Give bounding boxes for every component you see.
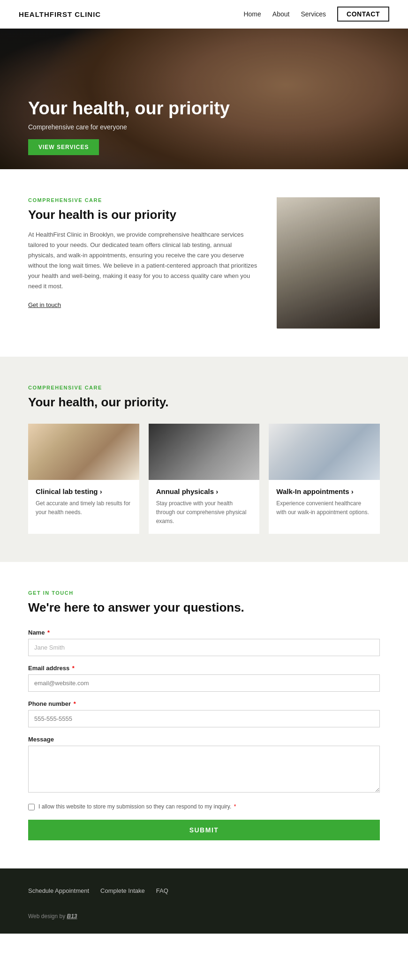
services-title: Your health, our priority.	[28, 395, 380, 410]
services-tag: COMPREHENSIVE CARE	[28, 385, 380, 390]
footer: Schedule Appointment Complete Intake FAQ…	[0, 868, 408, 934]
name-required: *	[47, 629, 50, 636]
about-text: COMPREHENSIVE CARE Your health is our pr…	[28, 197, 258, 309]
checkbox-row: I allow this website to store my submiss…	[28, 803, 380, 811]
phone-label: Phone number *	[28, 700, 380, 707]
phone-required: *	[74, 700, 76, 707]
service-lab-content: Clinical lab testing › Get accurate and …	[28, 480, 139, 524]
services-section: COMPREHENSIVE CARE Your health, our prio…	[0, 357, 408, 562]
service-lab-desc: Get accurate and timely lab results for …	[36, 499, 132, 517]
service-walkin-content: Walk-In appointments › Experience conven…	[269, 480, 380, 524]
footer-credit: Web design by B13	[28, 913, 380, 920]
email-group: Email address *	[28, 665, 380, 692]
about-link[interactable]: Get in touch	[28, 301, 61, 308]
service-walkin-title: Walk-In appointments ›	[276, 487, 372, 495]
footer-link-faq[interactable]: FAQ	[156, 887, 168, 894]
service-physicals-title: Annual physicals ›	[156, 487, 252, 495]
hero-section: Your health, our priority Comprehensive …	[0, 29, 408, 169]
contact-tag: GET IN TOUCH	[28, 590, 380, 596]
phone-group: Phone number *	[28, 700, 380, 727]
about-title: Your health is our priority	[28, 208, 258, 222]
hero-title: Your health, our priority	[28, 99, 230, 119]
footer-credit-link[interactable]: B13	[67, 913, 77, 920]
site-logo: HEALTHFIRST CLINIC	[19, 10, 101, 18]
footer-link-intake[interactable]: Complete Intake	[100, 887, 145, 894]
message-group: Message	[28, 736, 380, 794]
footer-link-schedule[interactable]: Schedule Appointment	[28, 887, 89, 894]
about-body: At HealthFirst Clinic in Brooklyn, we pr…	[28, 230, 258, 292]
nav-about[interactable]: About	[272, 10, 290, 18]
about-section: COMPREHENSIVE CARE Your health is our pr…	[0, 169, 408, 357]
name-group: Name *	[28, 629, 380, 656]
name-input[interactable]	[28, 639, 380, 656]
consent-required: *	[234, 803, 236, 810]
service-physicals-desc: Stay proactive with your health through …	[156, 499, 252, 526]
hero-cta-button[interactable]: VIEW SERVICES	[28, 139, 99, 155]
consent-checkbox[interactable]	[28, 804, 35, 810]
service-lab-title: Clinical lab testing ›	[36, 487, 132, 495]
name-label: Name *	[28, 629, 380, 636]
contact-section: GET IN TOUCH We're here to answer your q…	[0, 562, 408, 869]
nav-services[interactable]: Services	[301, 10, 326, 18]
service-card-physicals[interactable]: Annual physicals › Stay proactive with y…	[149, 424, 260, 534]
submit-button[interactable]: SUBMIT	[28, 820, 380, 840]
contact-form: Name * Email address * Phone number * Me…	[28, 629, 380, 841]
navbar: HEALTHFIRST CLINIC Home About Services C…	[0, 0, 408, 29]
message-label: Message	[28, 736, 380, 743]
services-grid: Clinical lab testing › Get accurate and …	[28, 424, 380, 534]
message-textarea[interactable]	[28, 746, 380, 793]
email-label: Email address *	[28, 665, 380, 672]
email-input[interactable]	[28, 674, 380, 692]
nav-links: Home About Services CONTACT	[243, 7, 389, 22]
service-physicals-image	[149, 424, 260, 480]
service-walkin-desc: Experience convenient healthcare with ou…	[276, 499, 372, 517]
about-tag: COMPREHENSIVE CARE	[28, 197, 258, 203]
consent-label: I allow this website to store my submiss…	[38, 803, 236, 811]
nav-contact-button[interactable]: CONTACT	[337, 7, 389, 22]
footer-links: Schedule Appointment Complete Intake FAQ	[28, 887, 380, 894]
phone-input[interactable]	[28, 710, 380, 727]
service-physicals-content: Annual physicals › Stay proactive with y…	[149, 480, 260, 534]
contact-title: We're here to answer your questions.	[28, 600, 380, 615]
service-card-walkin[interactable]: Walk-In appointments › Experience conven…	[269, 424, 380, 534]
about-clinic-image	[277, 197, 380, 329]
nav-home[interactable]: Home	[243, 10, 261, 18]
hero-subtitle: Comprehensive care for everyone	[28, 123, 230, 131]
service-walkin-image	[269, 424, 380, 480]
service-lab-image	[28, 424, 139, 480]
service-card-lab[interactable]: Clinical lab testing › Get accurate and …	[28, 424, 139, 534]
hero-content: Your health, our priority Comprehensive …	[0, 99, 258, 155]
email-required: *	[72, 665, 75, 672]
